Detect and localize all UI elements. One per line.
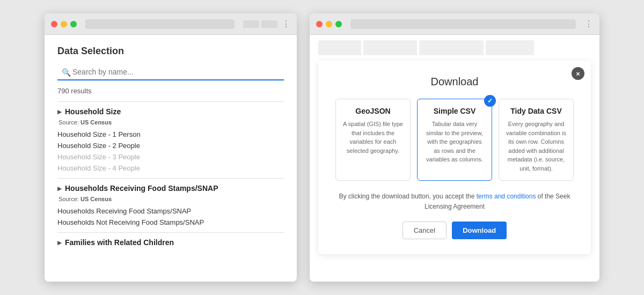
toolbar-menu-left[interactable]: ⋮ xyxy=(282,19,290,29)
toolbar-menu-right[interactable]: ⋮ xyxy=(584,19,593,29)
left-toolbar: ⋮ xyxy=(45,13,297,35)
cancel-button[interactable]: Cancel xyxy=(402,222,447,239)
search-input[interactable] xyxy=(57,64,284,80)
panel-title: Data Selection xyxy=(57,46,284,57)
right-toolbar: ⋮ xyxy=(310,13,599,35)
license-text: By clicking the download button, you acc… xyxy=(335,191,574,212)
license-link[interactable]: terms and conditions xyxy=(477,193,536,200)
modal-buttons: Cancel Download xyxy=(335,222,574,239)
selected-checkmark: ✓ xyxy=(484,95,496,107)
divider-top xyxy=(57,101,284,102)
format-cards-container: GeoJSON A spatial (GIS) file type that i… xyxy=(335,99,574,181)
format-card-tidy-csv[interactable]: Tidy Data CSV Every geography and variab… xyxy=(499,99,574,181)
category-families[interactable]: ▶ Families with Related Children xyxy=(57,238,284,247)
list-item[interactable]: Household Size - 2 People xyxy=(57,140,284,151)
category-household-size[interactable]: ▶ Household Size xyxy=(57,107,284,116)
geojson-title: GeoJSON xyxy=(342,107,404,115)
traffic-lights-right xyxy=(316,21,342,27)
left-browser-content: Data Selection 🔍 790 results ▶ Household… xyxy=(45,35,297,282)
divider-1 xyxy=(57,178,284,179)
tidy-csv-desc: Every geography and variable combination… xyxy=(506,120,567,173)
download-modal: Download × GeoJSON A spatial (GIS) file … xyxy=(318,61,591,254)
simple-csv-desc: Tabular data very similar to the preview… xyxy=(424,120,485,164)
arrow-icon: ▶ xyxy=(57,186,62,191)
list-item[interactable]: Households Not Receiving Food Stamps/SNA… xyxy=(57,217,284,228)
bg-tab xyxy=(486,40,534,55)
divider-2 xyxy=(57,232,284,233)
minimize-button-yellow[interactable] xyxy=(326,21,332,27)
bg-tab xyxy=(363,40,417,55)
arrow-icon: ▶ xyxy=(57,109,62,115)
simple-csv-title: Simple CSV xyxy=(424,107,485,115)
category-source-1: Source: US Census xyxy=(58,196,284,202)
results-count: 790 results xyxy=(57,87,284,95)
modal-close-button[interactable]: × xyxy=(572,67,584,80)
format-card-simple-csv[interactable]: ✓ Simple CSV Tabular data very similar t… xyxy=(417,99,492,181)
search-container: 🔍 xyxy=(57,64,284,80)
left-browser-window: ⋮ Data Selection 🔍 790 results ▶ Househo… xyxy=(45,13,297,282)
traffic-lights-left xyxy=(51,21,77,27)
geojson-desc: A spatial (GIS) file type that includes … xyxy=(342,120,404,155)
license-prefix: By clicking the download button, you acc… xyxy=(339,193,477,200)
bg-tab xyxy=(419,40,484,55)
category-name: Household Size xyxy=(65,107,121,116)
search-icon: 🔍 xyxy=(62,68,71,77)
address-bar-right xyxy=(350,19,576,29)
category-food-stamps[interactable]: ▶ Households Receiving Food Stamps/SNAP xyxy=(57,184,284,193)
list-item[interactable]: Household Size - 4 People xyxy=(57,163,284,174)
tidy-csv-title: Tidy Data CSV xyxy=(506,107,567,115)
modal-title: Download xyxy=(335,76,574,88)
maximize-button-green[interactable] xyxy=(70,21,77,27)
minimize-button-yellow[interactable] xyxy=(61,21,67,27)
close-button-red[interactable] xyxy=(316,21,323,27)
right-browser-content: Download × GeoJSON A spatial (GIS) file … xyxy=(310,35,599,282)
category-name: Families with Related Children xyxy=(65,238,174,247)
format-card-geojson[interactable]: GeoJSON A spatial (GIS) file type that i… xyxy=(335,99,411,181)
category-name: Households Receiving Food Stamps/SNAP xyxy=(65,184,218,193)
arrow-icon: ▶ xyxy=(57,240,62,246)
background-tabs xyxy=(310,35,599,55)
list-item[interactable]: Household Size - 1 Person xyxy=(57,129,284,140)
right-browser-window: ⋮ Download × GeoJSON A spatial (GIS) fil… xyxy=(310,13,599,282)
bg-tab xyxy=(318,40,361,55)
address-bar-left xyxy=(85,19,235,29)
list-item[interactable]: Households Receiving Food Stamps/SNAP xyxy=(57,205,284,217)
download-button[interactable]: Download xyxy=(452,222,507,239)
maximize-button-green[interactable] xyxy=(335,21,342,27)
list-item[interactable]: Household Size - 3 People xyxy=(57,151,284,163)
close-button-red[interactable] xyxy=(51,21,57,27)
category-source-0: Source: US Census xyxy=(58,119,284,126)
